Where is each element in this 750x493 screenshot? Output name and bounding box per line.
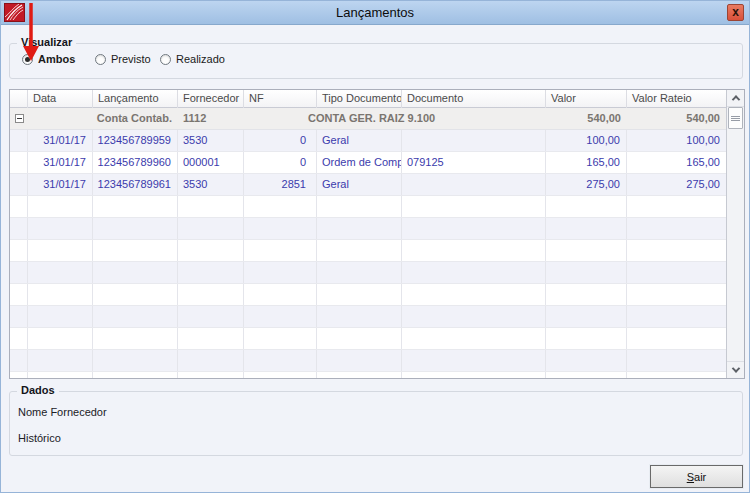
dados-groupbox: Dados Nome Fornecedor Histórico <box>9 391 743 456</box>
cell-documento <box>402 218 546 239</box>
grid-main: Data Lançamento Fornecedor NF Tipo Docum… <box>10 90 726 378</box>
group-description: CONTA GER. RAIZ 9.100 <box>244 108 546 130</box>
cell-data: 31/01/17 <box>28 174 93 195</box>
visualizar-groupbox: Visualizar Ambos Previsto Realizado <box>9 43 743 79</box>
cell-valor: 100,00 <box>546 130 627 151</box>
cell-valor <box>546 262 627 283</box>
cell-lancamento <box>93 328 178 349</box>
table-row[interactable] <box>10 372 726 378</box>
cell-documento: 079125 <box>402 152 546 173</box>
grid-rows: 31/01/17 123456789959 3530 0 Geral 100,0… <box>10 130 726 378</box>
cell-data <box>28 196 93 217</box>
header-lancamento[interactable]: Lançamento <box>93 90 178 108</box>
cell-data <box>28 350 93 371</box>
table-row[interactable] <box>10 262 726 284</box>
header-valor[interactable]: Valor <box>546 90 627 108</box>
visualizar-legend: Visualizar <box>17 36 76 48</box>
cell-expander <box>10 284 28 305</box>
cell-tipo-documento <box>317 328 402 349</box>
table-row[interactable] <box>10 284 726 306</box>
cell-expander <box>10 372 28 378</box>
cell-valor <box>546 240 627 261</box>
header-expander[interactable] <box>10 90 28 108</box>
chevron-up-icon <box>731 95 739 103</box>
radio-previsto[interactable]: Previsto <box>95 53 151 65</box>
cell-data: 31/01/17 <box>28 152 93 173</box>
cell-fornecedor <box>178 262 244 283</box>
cell-valor-rateio: 100,00 <box>627 130 726 151</box>
group-row-conta-contabil[interactable]: Conta Contab. 1112 CONTA GER. RAIZ 9.100… <box>10 108 726 130</box>
cell-fornecedor <box>178 196 244 217</box>
header-tipo-documento[interactable]: Tipo Documento <box>317 90 402 108</box>
cell-documento <box>402 130 546 151</box>
radio-ambos-circle-icon[interactable] <box>22 54 33 65</box>
cell-fornecedor <box>178 218 244 239</box>
header-data[interactable]: Data <box>28 90 93 108</box>
cell-valor <box>546 196 627 217</box>
table-row[interactable]: 31/01/17 123456789960 000001 0 Ordem de … <box>10 152 726 174</box>
radio-ambos[interactable]: Ambos <box>22 53 75 65</box>
cell-valor <box>546 372 627 378</box>
cell-valor-rateio <box>627 306 726 327</box>
cell-valor-rateio: 275,00 <box>627 174 726 195</box>
cell-expander <box>10 196 28 217</box>
vertical-scrollbar[interactable] <box>726 90 744 378</box>
cell-documento <box>402 262 546 283</box>
cell-tipo-documento: Geral <box>317 174 402 195</box>
cell-lancamento <box>93 350 178 371</box>
cell-nf: 2851 <box>244 174 317 195</box>
header-fornecedor[interactable]: Fornecedor <box>178 90 244 108</box>
cell-nf <box>244 328 317 349</box>
table-row[interactable]: 31/01/17 123456789959 3530 0 Geral 100,0… <box>10 130 726 152</box>
sair-button[interactable]: Sair <box>650 465 743 488</box>
cell-data <box>28 262 93 283</box>
scrollbar-thumb[interactable] <box>728 107 743 129</box>
close-button[interactable]: x <box>727 4 744 21</box>
grip-icon <box>731 116 740 121</box>
lancamentos-dialog: Lançamentos x Visualizar Ambos Previsto … <box>0 0 750 493</box>
cell-fornecedor: 3530 <box>178 174 244 195</box>
table-row[interactable] <box>10 196 726 218</box>
cell-expander <box>10 152 28 173</box>
cell-fornecedor <box>178 372 244 378</box>
cell-documento <box>402 372 546 378</box>
cell-tipo-documento <box>317 218 402 239</box>
radio-previsto-circle-icon[interactable] <box>95 54 106 65</box>
header-documento[interactable]: Documento <box>402 90 546 108</box>
scroll-up-button[interactable] <box>727 90 744 107</box>
cell-valor-rateio <box>627 372 726 378</box>
table-row[interactable] <box>10 240 726 262</box>
table-row[interactable]: 31/01/17 123456789961 3530 2851 Geral 27… <box>10 174 726 196</box>
group-fornecedor: 1112 <box>178 108 244 130</box>
scroll-down-button[interactable] <box>727 361 744 378</box>
cell-tipo-documento <box>317 306 402 327</box>
cell-nf <box>244 196 317 217</box>
cell-documento <box>402 328 546 349</box>
cell-expander <box>10 328 28 349</box>
cell-tipo-documento <box>317 284 402 305</box>
table-row[interactable] <box>10 328 726 350</box>
header-nf[interactable]: NF <box>244 90 317 108</box>
radio-realizado-circle-icon[interactable] <box>160 54 171 65</box>
cell-expander <box>10 130 28 151</box>
cell-lancamento <box>93 262 178 283</box>
cell-lancamento: 123456789960 <box>93 152 178 173</box>
cell-nf <box>244 284 317 305</box>
cell-valor-rateio <box>627 328 726 349</box>
table-row[interactable] <box>10 350 726 372</box>
collapse-minus-icon[interactable] <box>15 114 24 123</box>
header-valor-rateio[interactable]: Valor Rateio <box>627 90 726 108</box>
cell-fornecedor <box>178 240 244 261</box>
cell-documento <box>402 196 546 217</box>
cell-tipo-documento: Geral <box>317 130 402 151</box>
cell-data: 31/01/17 <box>28 130 93 151</box>
cell-nf: 0 <box>244 152 317 173</box>
nome-fornecedor-label: Nome Fornecedor <box>18 406 107 418</box>
table-row[interactable] <box>10 218 726 240</box>
cell-lancamento <box>93 306 178 327</box>
cell-fornecedor <box>178 284 244 305</box>
window-title: Lançamentos <box>1 1 749 25</box>
table-row[interactable] <box>10 306 726 328</box>
cell-valor-rateio <box>627 284 726 305</box>
radio-realizado[interactable]: Realizado <box>160 53 225 65</box>
